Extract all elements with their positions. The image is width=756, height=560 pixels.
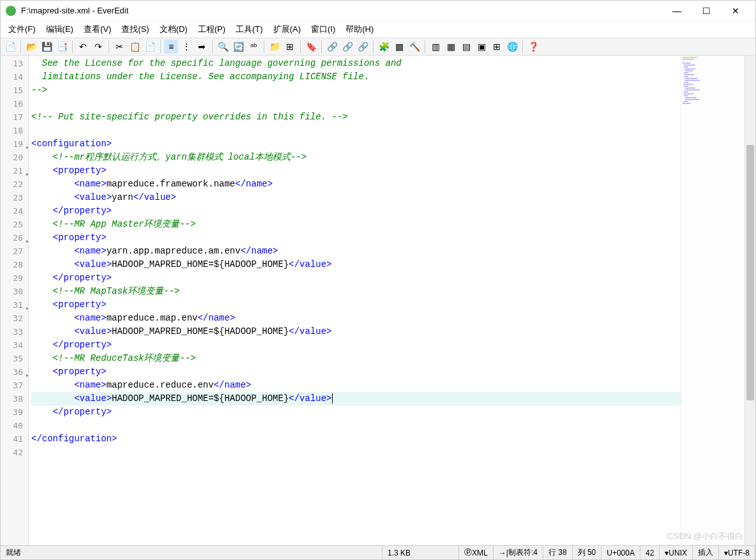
app-icon <box>6 6 16 16</box>
code-editor[interactable]: See the License for the specific languag… <box>29 56 681 545</box>
grid-icon[interactable]: ⊞ <box>490 40 504 54</box>
browser-icon[interactable]: 🌐 <box>505 40 519 54</box>
status-mode[interactable]: 插入 <box>693 546 719 559</box>
link2-icon[interactable]: 🔗 <box>340 40 354 54</box>
window-title: F:\mapred-site.xml - EverEdit <box>21 6 662 15</box>
find-icon[interactable]: 🔍 <box>216 40 230 54</box>
open-icon[interactable]: 📂 <box>24 40 38 54</box>
window1-icon[interactable]: ▥ <box>428 40 442 54</box>
menu-edit[interactable]: 编辑(E) <box>41 22 79 37</box>
terminal-icon[interactable]: ▦ <box>392 40 406 54</box>
menu-document[interactable]: 文档(D) <box>155 22 193 37</box>
menu-extend[interactable]: 扩展(A) <box>268 22 306 37</box>
statusbar: 就绪 1.3 KB ⓟ XML →| 制表符:4 行 38 列 50 U+000… <box>1 545 755 559</box>
folder-icon[interactable]: 📁 <box>268 40 282 54</box>
menu-window[interactable]: 窗口(I) <box>306 22 340 37</box>
status-num: 42 <box>640 546 660 559</box>
tree-icon[interactable]: ⊞ <box>283 40 297 54</box>
cut-icon[interactable]: ✂ <box>112 40 126 54</box>
window3-icon[interactable]: ▤ <box>459 40 473 54</box>
redo-icon[interactable]: ↷ <box>91 40 105 54</box>
close-button[interactable]: ✕ <box>721 1 750 20</box>
minimap[interactable]: ━━━━━━━━━━━━━━━━━━━━━━━━ ━━━━━━━ ━━━━━━━… <box>681 56 745 545</box>
menu-file[interactable]: 文件(F) <box>3 22 41 37</box>
help-icon[interactable]: ❓ <box>526 40 540 54</box>
minimize-button[interactable]: — <box>662 1 692 20</box>
toolbar: 📄 📂 💾 📑 ↶ ↷ ✂ 📋 📄 ≡ ⋮ ➡ 🔍 🔄 ᵃᵇ 📁 ⊞ 🔖 🔗 🔗… <box>1 38 755 56</box>
save-icon[interactable]: 💾 <box>40 40 54 54</box>
link3-icon[interactable]: 🔗 <box>356 40 370 54</box>
menu-search[interactable]: 查找(S) <box>116 22 154 37</box>
status-encoding[interactable]: ▾ UTF-8 <box>719 546 755 559</box>
menu-tools[interactable]: 工具(T) <box>231 22 268 37</box>
save-all-icon[interactable]: 📑 <box>55 40 69 54</box>
undo-icon[interactable]: ↶ <box>76 40 90 54</box>
status-size: 1.3 KB <box>382 546 459 559</box>
window2-icon[interactable]: ▦ <box>444 40 458 54</box>
paste-icon[interactable]: 📄 <box>143 40 157 54</box>
whitespace-icon[interactable]: ⋮ <box>179 40 193 54</box>
status-col: 列 50 <box>573 546 602 559</box>
replace-icon[interactable]: 🔄 <box>231 40 245 54</box>
status-tabs[interactable]: →| 制表符:4 <box>494 546 543 559</box>
build-icon[interactable]: 🔨 <box>407 40 421 54</box>
menubar: 文件(F) 编辑(E) 查看(V) 查找(S) 文档(D) 工程(P) 工具(T… <box>1 21 755 38</box>
menu-help[interactable]: 帮助(H) <box>340 22 379 37</box>
menu-view[interactable]: 查看(V) <box>79 22 116 37</box>
watermark: CSDN @小白不很白 <box>667 531 743 542</box>
editor-area: 13141516171819▾2021▾2223242526▾272829303… <box>1 56 755 545</box>
copy-icon[interactable]: 📋 <box>128 40 142 54</box>
plugin-icon[interactable]: 🧩 <box>377 40 391 54</box>
menu-project[interactable]: 工程(P) <box>193 22 231 37</box>
status-ready: 就绪 <box>1 546 382 559</box>
maximize-button[interactable]: ☐ <box>692 1 721 20</box>
line-gutter[interactable]: 13141516171819▾2021▾2223242526▾272829303… <box>1 56 29 545</box>
link1-icon[interactable]: 🔗 <box>325 40 339 54</box>
vertical-scrollbar[interactable] <box>745 56 755 545</box>
new-file-icon[interactable]: 📄 <box>3 40 17 54</box>
wordwrap-icon[interactable]: ≡ <box>164 40 178 54</box>
status-lang[interactable]: ⓟ XML <box>459 546 494 559</box>
status-unicode: U+000A <box>601 546 640 559</box>
status-os[interactable]: ▾ UNIX <box>660 546 693 559</box>
titlebar: F:\mapred-site.xml - EverEdit — ☐ ✕ <box>1 1 755 21</box>
window4-icon[interactable]: ▣ <box>474 40 488 54</box>
status-line: 行 38 <box>543 546 573 559</box>
indent-icon[interactable]: ➡ <box>195 40 209 54</box>
find-files-icon[interactable]: ᵃᵇ <box>246 40 261 54</box>
scroll-thumb[interactable] <box>746 145 754 400</box>
bookmark-icon[interactable]: 🔖 <box>304 40 318 54</box>
